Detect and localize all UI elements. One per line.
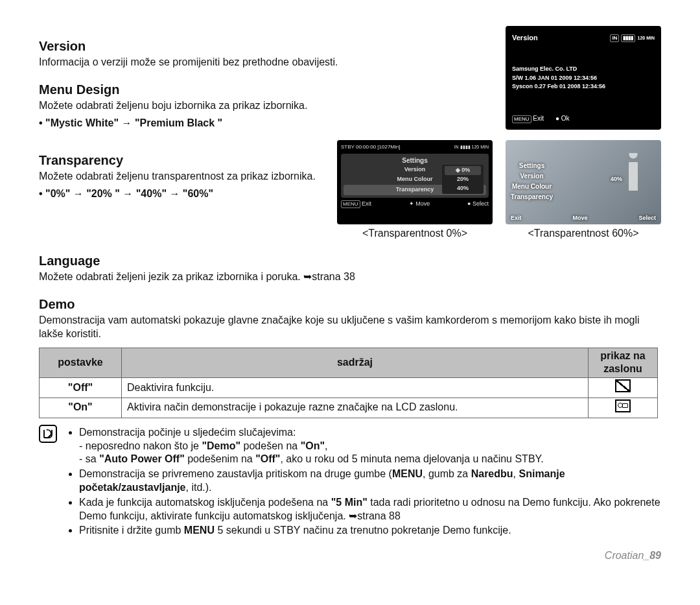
min-badge: 120 MIN — [638, 36, 655, 40]
th-prikaz: prikaz na zaslonu — [589, 348, 658, 378]
text-version-body: Informacija o verziji može se promijenit… — [39, 56, 493, 69]
menu-badge: MENU — [512, 115, 531, 123]
person-figure — [624, 153, 643, 198]
ok-label: Ok — [561, 115, 570, 122]
note-item: Kada je funkcija automatskog isključenja… — [79, 496, 661, 523]
note-item: Pritisnite i držite gumb MENU 5 sekundi … — [79, 524, 661, 538]
note-icon — [39, 425, 57, 443]
caption-transparency-60: <Transparentnost 60%> — [506, 227, 661, 241]
demo-off-icon — [615, 379, 631, 392]
screenshot-transparency-0: STBY 00:00:00 [1027Min] IN ▮▮▮▮ 120 MIN … — [337, 140, 493, 224]
table-row: "Off" Deaktivira funkciju. — [40, 378, 658, 398]
lcd-lines: Samsung Elec. Co. LTD S/W 1.06 JAN 01 20… — [512, 64, 655, 92]
text-menu-design-options: • "Mystic White" → "Premium Black " — [39, 117, 493, 130]
page-footer: Croatian_89 — [39, 549, 661, 563]
note-item: Demonstracija se privremeno zaustavlja p… — [79, 468, 661, 495]
heading-demo: Demo — [39, 296, 661, 313]
heading-version: Version — [39, 38, 493, 54]
th-sadrzaj: sadržaj — [122, 348, 589, 378]
text-transparency-body: Možete odabrati željenu transparentnost … — [39, 170, 324, 184]
ok-icon: ● — [555, 115, 559, 122]
text-transparency-options: • "0%" → "20% " → "40%" → "60%" — [39, 187, 324, 201]
battery-icon: ▮▮▮▮ — [621, 34, 635, 42]
caption-transparency-0: <Transparentnost 0%> — [337, 227, 493, 241]
note-item: Demonstracija počinje u sljedećim slučaj… — [79, 426, 661, 466]
lcd-title: Version — [512, 33, 538, 42]
transparency-popup: ◆ 0% 20% 40% — [442, 165, 484, 194]
screenshot-transparency-60: Settings Version Menu Colour Transparenc… — [506, 140, 661, 224]
th-postavke: postavke — [40, 348, 122, 378]
card-icon: IN — [610, 34, 619, 42]
heading-transparency: Transparency — [39, 152, 324, 169]
exit-label: Exit — [533, 115, 544, 122]
text-demo-body: Demonstracija vam automatski pokazuje gl… — [39, 314, 661, 341]
text-language-body: Možete odabrati željeni jezik za prikaz … — [39, 270, 661, 284]
text-menu-design-body: Možete odabrati željenu boju izbornika z… — [39, 99, 493, 113]
demo-on-icon — [615, 399, 631, 412]
demo-table: postavke sadržaj prikaz na zaslonu "Off"… — [39, 348, 658, 418]
screenshot-version-lcd: Version IN ▮▮▮▮ 120 MIN Samsung Elec. Co… — [506, 26, 661, 130]
note-list: Demonstracija počinje u sljedećim slučaj… — [66, 425, 661, 539]
table-row: "On" Aktivira način demonstracije i poka… — [40, 397, 658, 418]
heading-language: Language — [39, 252, 661, 269]
heading-menu-design: Menu Design — [39, 81, 493, 98]
